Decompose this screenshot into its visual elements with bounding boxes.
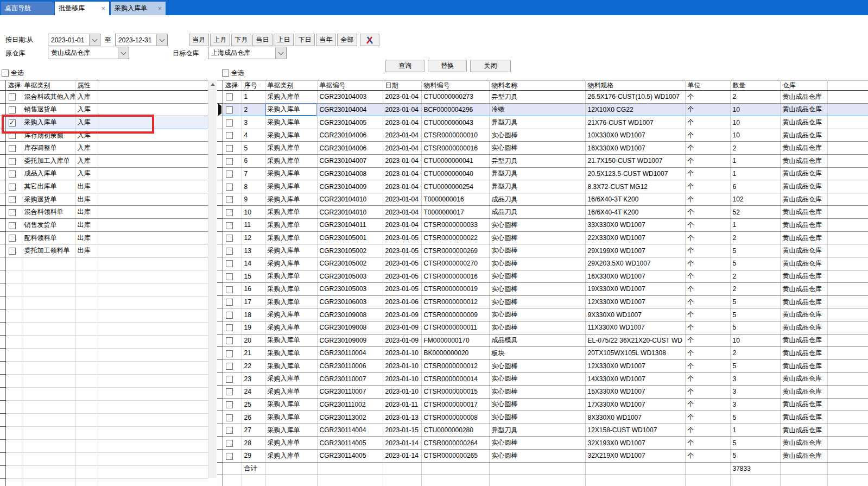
receipt-row[interactable]: 7采购入库单CGR2301040082023-01-04CTU000000004… <box>217 167 868 180</box>
row-checkbox[interactable] <box>226 273 233 280</box>
row-checkbox[interactable] <box>226 235 233 242</box>
receipt-row[interactable]: 14采购入库单CGR2301050022023-01-05CTSR0000000… <box>217 257 868 270</box>
doc-type-row[interactable]: 采购退货单出库 <box>0 193 208 206</box>
row-checkbox[interactable] <box>9 158 16 165</box>
row-checkbox[interactable] <box>226 427 233 434</box>
row-checkbox[interactable] <box>9 119 16 127</box>
column-header-date[interactable]: 日期 <box>383 80 421 91</box>
receipt-row[interactable]: 9采购入库单CGR2301040102023-01-04T0000000016成… <box>217 193 868 206</box>
receipt-row[interactable]: 23采购入库单CGR2301100072023-01-10CTSR0000000… <box>217 373 868 386</box>
receipt-row[interactable]: 22采购入库单CGR2301100062023-01-10CTSR0000000… <box>217 359 868 373</box>
receipt-row[interactable]: 1采购入库单CGR2301040032023-01-04CTU000000027… <box>217 91 868 104</box>
doc-type-row[interactable]: 销售发货单出库 <box>0 219 208 232</box>
receipt-row[interactable]: 20采购入库单CGR2301090092023-01-09FM000000017… <box>217 334 868 347</box>
quick-btn-next-month[interactable]: 下月 <box>231 34 251 46</box>
doc-type-row[interactable]: 库存调整单入库 <box>0 142 208 155</box>
tab-purchase-receipt[interactable]: 采购入库单 × <box>111 2 166 15</box>
doc-type-row[interactable]: 混合料或其他入库入库 <box>0 91 208 104</box>
receipt-row[interactable]: 15采购入库单CGR2301050032023-01-05CTSR0000000… <box>217 270 868 283</box>
row-checkbox[interactable] <box>226 222 233 229</box>
receipt-row[interactable]: 8采购入库单CGR2301040092023-01-04CTU000000025… <box>217 180 868 193</box>
receipt-row[interactable]: 6采购入库单CGR2301040072023-01-04CTU000000004… <box>217 155 868 168</box>
receipt-row[interactable]: 24采购入库单CGR2301100072023-01-10CTSR0000000… <box>217 386 868 399</box>
receipt-row[interactable]: 27采购入库单CGR2301140042023-01-15CTU00000002… <box>217 424 868 437</box>
row-checkbox[interactable] <box>226 145 233 152</box>
row-checkbox[interactable] <box>9 184 16 191</box>
receipt-row[interactable]: 2采购入库单CGR2301040042023-01-04BCF000000429… <box>217 103 868 116</box>
row-checkbox[interactable] <box>9 106 16 113</box>
row-checkbox[interactable] <box>9 222 16 229</box>
column-header-quantity[interactable]: 数量 <box>730 80 780 91</box>
row-checkbox[interactable] <box>226 414 233 421</box>
receipt-row[interactable]: 4采购入库单CGR2301040062023-01-04CTSR00000000… <box>217 129 868 142</box>
row-checkbox[interactable] <box>226 196 233 203</box>
receipt-row[interactable]: 21采购入库单CGR2301100042023-01-10BK000000002… <box>217 347 868 360</box>
row-checkbox[interactable] <box>226 184 233 191</box>
column-header-material-spec[interactable]: 物料规格 <box>585 80 685 91</box>
row-checkbox[interactable] <box>9 248 16 255</box>
row-checkbox[interactable] <box>226 337 233 344</box>
receipt-row[interactable]: 16采购入库单CGR2301050032023-01-05CTSR0000000… <box>217 283 868 296</box>
row-checkbox[interactable] <box>9 209 16 216</box>
left-select-all-checkbox[interactable] <box>2 70 9 77</box>
row-checkbox[interactable] <box>226 119 233 127</box>
row-checkbox[interactable] <box>226 363 233 370</box>
receipt-row[interactable]: 11采购入库单CGR2301040112023-01-04CTSR0000000… <box>217 219 868 232</box>
doc-type-row[interactable]: 其它出库单出库 <box>0 180 208 193</box>
quick-btn-current-year[interactable]: 当年 <box>316 34 336 46</box>
quick-btn-current-month[interactable]: 当月 <box>189 34 209 46</box>
close-button[interactable]: 关闭 <box>470 60 511 72</box>
receipt-row[interactable]: 5采购入库单CGR2301040062023-01-04CTSR00000000… <box>217 142 868 155</box>
receipt-row[interactable]: 10采购入库单CGR2301040102023-01-04T0000000017… <box>217 206 868 219</box>
row-checkbox[interactable] <box>9 93 16 100</box>
left-grid-scrollbar[interactable] <box>208 80 217 478</box>
column-header-unit[interactable]: 单位 <box>685 80 730 91</box>
row-checkbox[interactable] <box>226 248 233 255</box>
row-checkbox[interactable] <box>226 132 233 139</box>
quick-btn-prev-month[interactable]: 上月 <box>210 34 230 46</box>
doc-type-row[interactable]: 销售退货单入库 <box>0 103 208 116</box>
row-checkbox[interactable] <box>226 453 233 460</box>
receipt-row[interactable]: 18采购入库单CGR2301090082023-01-09CTSR0000000… <box>217 308 868 321</box>
row-checkbox[interactable] <box>226 106 233 113</box>
chevron-down-icon[interactable] <box>89 34 100 46</box>
column-header-warehouse[interactable]: 仓库 <box>780 80 827 91</box>
row-checkbox[interactable] <box>226 171 233 178</box>
clear-filter-button[interactable] <box>360 34 379 46</box>
row-checkbox[interactable] <box>226 93 233 100</box>
column-header-select[interactable]: 选择 <box>223 80 242 91</box>
target-warehouse-combobox[interactable]: 上海成品仓库 <box>208 47 287 59</box>
column-header-doc-type[interactable]: 单据类别 <box>265 80 317 91</box>
replace-button[interactable]: 替换 <box>428 60 467 72</box>
receipt-row[interactable]: 28采购入库单CGR2301140052023-01-14CTSR0000000… <box>217 437 868 450</box>
column-header-attr[interactable]: 属性 <box>75 80 98 91</box>
receipt-row[interactable]: 13采购入库单CGR2301050022023-01-05CTSR0000000… <box>217 244 868 257</box>
tab-desktop-nav[interactable]: 桌面导航 <box>1 2 54 15</box>
doc-type-row[interactable]: 委托加工入库单入库 <box>0 155 208 168</box>
chevron-down-icon[interactable] <box>275 47 286 59</box>
tab-batch-transfer[interactable]: 批量移库 × <box>55 2 109 15</box>
right-select-all-checkbox[interactable] <box>222 70 229 77</box>
row-checkbox[interactable] <box>226 376 233 383</box>
row-checkbox[interactable] <box>226 260 233 267</box>
row-checkbox[interactable] <box>226 388 233 395</box>
doc-type-row[interactable]: 库存期初余额入库 <box>0 129 208 142</box>
doc-type-row[interactable]: 采购入库单入库 <box>0 116 208 129</box>
doc-type-row[interactable]: 委托加工领料单出库 <box>0 244 208 257</box>
doc-type-row[interactable]: 配料领料单出库 <box>0 231 208 244</box>
row-checkbox[interactable] <box>226 440 233 447</box>
scroll-up-icon[interactable] <box>208 80 217 90</box>
close-icon[interactable]: × <box>157 5 162 12</box>
column-header-material-name[interactable]: 物料名称 <box>489 80 585 91</box>
column-header-material-no[interactable]: 物料编号 <box>421 80 489 91</box>
source-warehouse-combobox[interactable]: 黄山成品仓库 <box>48 47 129 59</box>
column-header-select[interactable]: 选择 <box>5 80 22 91</box>
query-button[interactable]: 查询 <box>385 60 425 72</box>
doc-type-row[interactable]: 混合料领料单出库 <box>0 206 208 219</box>
receipt-row[interactable]: 26采购入库单CGR2301130022023-01-13CTSR0000000… <box>217 411 868 424</box>
receipt-row[interactable]: 17采购入库单CGR2301060032023-01-06CTSR0000000… <box>217 295 868 308</box>
row-checkbox[interactable] <box>9 132 16 139</box>
column-header-doc-no[interactable]: 单据编号 <box>317 80 383 91</box>
close-icon[interactable]: × <box>101 5 105 12</box>
receipt-row[interactable]: 19采购入库单CGR2301090082023-01-09CTSR0000000… <box>217 321 868 334</box>
